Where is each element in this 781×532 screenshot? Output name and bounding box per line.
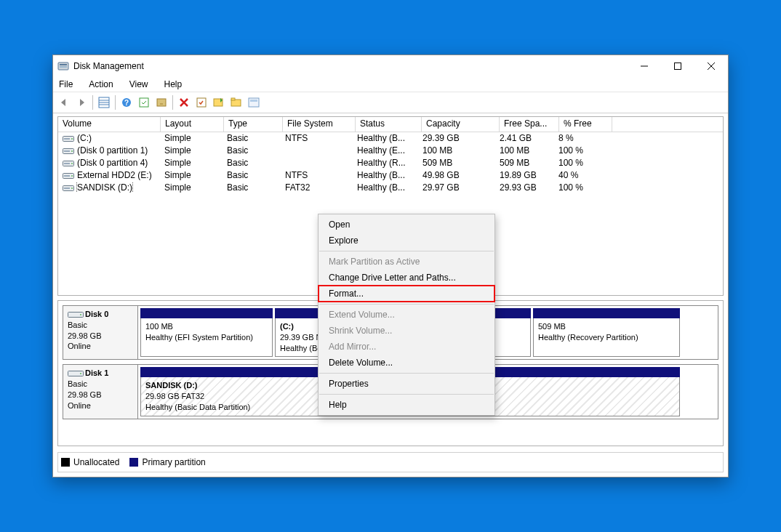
col-free[interactable]: Free Spa...: [500, 117, 559, 132]
volume-row[interactable]: SANDISK (D:)SimpleBasicFAT32Healthy (B..…: [58, 182, 723, 194]
menu-item-help[interactable]: Help: [319, 397, 494, 413]
menu-help[interactable]: Help: [161, 78, 185, 91]
menu-item-properties[interactable]: Properties: [319, 376, 494, 392]
disk-state: Online: [68, 342, 91, 350]
menu-item-extend-volume: Extend Volume...: [319, 307, 494, 323]
svg-rect-28: [64, 188, 70, 189]
partition-label: SANDISK (D:): [145, 381, 198, 390]
disk-size: 29.98 GB: [68, 331, 101, 340]
partition-size: 29.98 GB FAT32: [145, 392, 204, 400]
partition-status: Healthy (Basic Data Partition): [145, 403, 250, 411]
svg-rect-19: [64, 150, 70, 152]
volume-free: 2.41 GB: [495, 133, 554, 143]
menu-item-open[interactable]: Open: [319, 217, 494, 233]
volume-layout: Simple: [160, 133, 223, 143]
volume-type: Basic: [223, 158, 281, 168]
volume-pct: 100 %: [554, 182, 606, 193]
menubar: File Action View Help: [53, 77, 728, 92]
svg-rect-7: [140, 98, 148, 107]
col-volume[interactable]: Volume: [58, 117, 161, 132]
volume-capacity: 100 MB: [418, 145, 495, 156]
view-list-icon[interactable]: [96, 94, 112, 110]
menu-item-shrink-volume: Shrink Volume...: [319, 323, 494, 339]
svg-point-26: [71, 175, 73, 177]
menu-file[interactable]: File: [56, 78, 76, 91]
refresh-icon[interactable]: [136, 94, 152, 110]
context-menu[interactable]: OpenExploreMark Partition as ActiveChang…: [318, 214, 495, 416]
disk-icon: [68, 310, 84, 319]
menu-item-explore[interactable]: Explore: [319, 233, 494, 249]
col-type[interactable]: Type: [224, 117, 283, 132]
properties-icon[interactable]: [193, 94, 209, 110]
disk-name: Disk 1: [85, 368, 108, 377]
svg-rect-1: [60, 64, 67, 65]
volume-row[interactable]: (Disk 0 partition 4)SimpleBasicHealthy (…: [58, 157, 723, 169]
volume-name: (Disk 0 partition 1): [77, 145, 148, 156]
forward-button[interactable]: [73, 94, 89, 110]
col-status[interactable]: Status: [356, 117, 422, 132]
volume-row[interactable]: (C:)SimpleBasicNTFSHealthy (B...29.39 GB…: [58, 132, 723, 145]
col-capacity[interactable]: Capacity: [422, 117, 500, 132]
svg-rect-3: [675, 63, 681, 69]
action-icon[interactable]: [211, 94, 227, 110]
minimize-button[interactable]: [628, 55, 661, 77]
partition[interactable]: 100 MBHealthy (EFI System Partition): [140, 308, 273, 358]
volume-layout: Simple: [160, 145, 223, 156]
partition-status: Healthy (EFI System Partition): [145, 333, 253, 342]
titlebar[interactable]: Disk Management: [53, 55, 728, 77]
volume-type: Basic: [223, 170, 281, 180]
menu-item-format[interactable]: Format...: [319, 286, 494, 302]
maximize-button[interactable]: [661, 55, 694, 77]
window-title: Disk Management: [73, 61, 628, 71]
volume-row[interactable]: External HDD2 (E:)SimpleBasicNTFSHealthy…: [58, 169, 723, 182]
menu-item-delete-volume[interactable]: Delete Volume...: [319, 355, 494, 371]
svg-point-33: [80, 373, 81, 374]
volume-status: Healthy (B...: [353, 170, 418, 180]
volume-capacity: 29.39 GB: [418, 133, 495, 143]
svg-rect-25: [64, 175, 70, 177]
partition[interactable]: 509 MBHealthy (Recovery Partition): [533, 308, 680, 358]
col-pctfree[interactable]: % Free: [559, 117, 612, 132]
volume-status: Healthy (B...: [353, 182, 418, 193]
volume-type: Basic: [223, 145, 281, 156]
volume-free: 29.93 GB: [495, 182, 554, 193]
volume-free: 509 MB: [495, 158, 554, 168]
col-layout[interactable]: Layout: [161, 117, 224, 132]
svg-text:?: ?: [124, 99, 129, 107]
close-button[interactable]: [694, 55, 728, 77]
eject-icon[interactable]: [153, 94, 169, 110]
volume-row[interactable]: (Disk 0 partition 1)SimpleBasicHealthy (…: [58, 145, 723, 157]
delete-icon[interactable]: [176, 94, 192, 110]
toolbar: ?: [53, 92, 728, 113]
menu-action[interactable]: Action: [86, 78, 116, 91]
col-filesystem[interactable]: File System: [283, 117, 356, 132]
open-icon[interactable]: [228, 94, 244, 110]
svg-rect-12: [231, 98, 235, 100]
menu-item-change-drive-letter-and-paths[interactable]: Change Drive Letter and Paths...: [319, 270, 494, 286]
svg-point-29: [71, 188, 73, 189]
svg-rect-14: [250, 100, 257, 102]
volume-pct: 100 %: [554, 145, 606, 156]
svg-rect-16: [64, 138, 70, 140]
disk-management-window: Disk Management File Action View Help ? …: [52, 55, 729, 477]
volume-fs: FAT32: [281, 182, 353, 193]
disk-icon: [68, 369, 84, 378]
drive-icon: [63, 147, 74, 156]
menu-view[interactable]: View: [127, 78, 151, 91]
disk-type: Basic: [68, 379, 87, 388]
drive-icon: [63, 134, 74, 143]
volume-list-header[interactable]: Volume Layout Type File System Status Ca…: [58, 117, 723, 132]
disk-state: Online: [68, 401, 91, 410]
volume-type: Basic: [223, 182, 281, 193]
help-icon[interactable]: ?: [119, 94, 135, 110]
volume-pct: 100 %: [554, 158, 606, 168]
settings-icon[interactable]: [246, 94, 262, 110]
back-button[interactable]: [56, 94, 72, 110]
legend-unallocated: Unallocated: [73, 457, 119, 467]
menu-item-mark-partition-as-active: Mark Partition as Active: [319, 254, 494, 270]
app-icon: [57, 60, 69, 72]
drive-icon: [63, 172, 74, 180]
disk-size: 29.98 GB: [68, 390, 101, 399]
legend: Unallocated Primary partition: [57, 452, 724, 472]
svg-rect-8: [157, 99, 166, 106]
